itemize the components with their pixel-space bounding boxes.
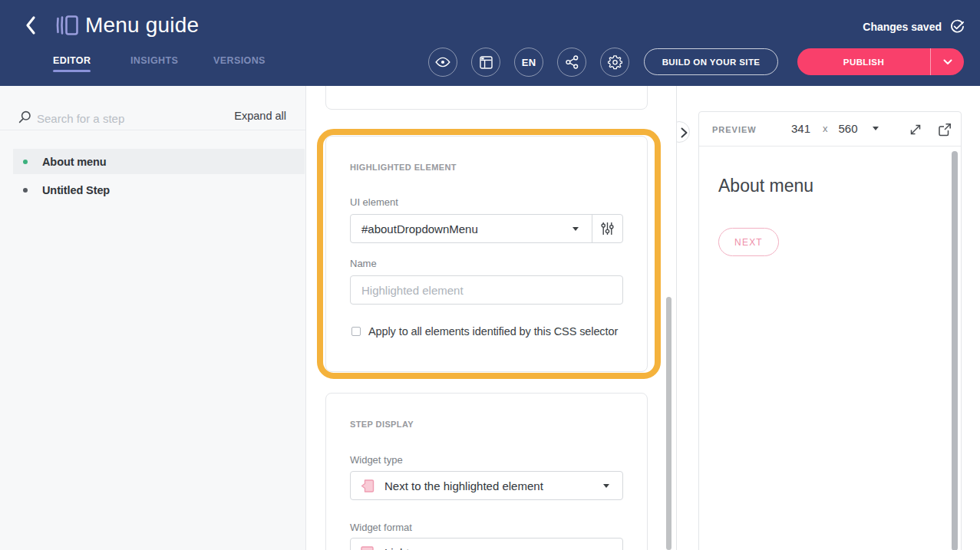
- open-in-new-tab-button[interactable]: [937, 123, 952, 138]
- preview-scrollbar[interactable]: [952, 151, 958, 550]
- layout-button[interactable]: [471, 48, 500, 77]
- expand-icon: [909, 123, 922, 137]
- tour-logo-icon: [55, 15, 78, 38]
- chevron-left-icon: [25, 15, 37, 35]
- selector-settings-button[interactable]: [592, 215, 622, 242]
- widget-type-icon: [359, 478, 375, 494]
- share-button[interactable]: [557, 48, 586, 77]
- apply-to-all-row[interactable]: Apply to all elements identified by this…: [351, 325, 618, 338]
- preview-width-value[interactable]: 341: [791, 122, 810, 135]
- editor-scrollbar[interactable]: [666, 297, 671, 550]
- widget-type-label: Widget type: [350, 454, 403, 466]
- name-label: Name: [350, 258, 377, 269]
- step-label: About menu: [42, 156, 107, 168]
- chevron-down-icon: [572, 227, 579, 231]
- section-title: HIGHLIGHTED ELEMENT: [350, 163, 457, 172]
- section-title: STEP DISPLAY: [350, 420, 414, 429]
- steps-sidebar: Expand all About menu Untitled Step: [0, 86, 306, 550]
- step-label: Untitled Step: [42, 184, 110, 196]
- apply-to-all-label: Apply to all elements identified by this…: [368, 325, 618, 338]
- preview-header: PREVIEW 341 x 560: [699, 112, 961, 147]
- collapse-preview-toggle[interactable]: [677, 121, 692, 144]
- top-bar: Menu guide EDITOR INSIGHTS VERSIONS Chan…: [0, 0, 980, 86]
- back-button[interactable]: [20, 15, 41, 37]
- sliders-icon: [601, 222, 614, 235]
- layout-icon: [480, 56, 493, 69]
- apply-to-all-checkbox[interactable]: [351, 327, 361, 336]
- active-tab-underline: [53, 70, 91, 72]
- preview-eye-button[interactable]: [428, 48, 457, 77]
- step-editor-column: HIGHLIGHTED ELEMENT UI element #aboutDro…: [306, 86, 677, 550]
- changes-saved-label: Changes saved: [863, 21, 942, 33]
- external-link-icon: [938, 123, 952, 137]
- preview-next-button[interactable]: NEXT: [718, 228, 779, 256]
- step-display-card: STEP DISPLAY Widget type Next to the hig…: [325, 393, 648, 550]
- preview-panel: PREVIEW 341 x 560: [677, 86, 980, 550]
- widget-format-label: Widget format: [350, 522, 412, 533]
- tab-insights[interactable]: INSIGHTS: [130, 55, 178, 66]
- ui-element-label: UI element: [350, 196, 398, 208]
- element-name-input[interactable]: [350, 275, 623, 305]
- step-status-dot: [23, 160, 28, 164]
- gear-icon: [608, 55, 622, 70]
- chevron-down-icon: [603, 484, 609, 488]
- preview-size-separator: x: [823, 123, 828, 134]
- widget-format-value: Light: [384, 546, 410, 550]
- app: Menu guide EDITOR INSIGHTS VERSIONS Chan…: [0, 0, 980, 550]
- ui-element-combo: #aboutDropdownMenu: [350, 214, 623, 243]
- step-list: About menu Untitled Step: [0, 149, 305, 206]
- page-title: Menu guide: [85, 13, 199, 38]
- preview-fullscreen-button[interactable]: [908, 123, 923, 138]
- ui-element-value: #aboutDropdownMenu: [361, 222, 478, 235]
- settings-button[interactable]: [600, 48, 629, 77]
- chevron-down-icon: [943, 59, 952, 65]
- chevron-down-icon: [873, 127, 879, 130]
- preview-content: About menu NEXT: [699, 147, 961, 550]
- previous-card-partial: [325, 86, 648, 110]
- publish-button[interactable]: PUBLISH: [797, 48, 930, 75]
- preview-height-value[interactable]: 560: [839, 122, 858, 135]
- preview-box: PREVIEW 341 x 560: [698, 111, 962, 550]
- tab-versions[interactable]: VERSIONS: [213, 55, 266, 66]
- step-item-about-menu[interactable]: About menu: [13, 149, 305, 174]
- step-search-input[interactable]: [37, 109, 213, 127]
- preview-size-picker[interactable]: 341 x 560: [791, 122, 879, 135]
- expand-all-link[interactable]: Expand all: [234, 110, 286, 122]
- widget-type-value: Next to the highlighted element: [384, 479, 543, 492]
- tab-editor[interactable]: EDITOR: [53, 55, 91, 66]
- changes-saved-status: Changes saved: [863, 19, 965, 34]
- language-button[interactable]: EN: [514, 48, 543, 77]
- ui-element-select[interactable]: #aboutDropdownMenu: [351, 215, 592, 242]
- step-item-untitled-step[interactable]: Untitled Step: [13, 177, 305, 203]
- chevron-right-icon: [681, 127, 688, 138]
- widget-type-select[interactable]: Next to the highlighted element: [350, 471, 623, 500]
- build-on-your-site-button[interactable]: BUILD ON YOUR SITE: [644, 48, 778, 75]
- widget-format-select[interactable]: Light: [350, 538, 623, 550]
- language-label: EN: [522, 57, 536, 68]
- step-search-row: Expand all: [0, 86, 305, 130]
- widget-format-icon: [359, 545, 375, 550]
- search-icon: [18, 110, 31, 124]
- step-status-dot: [23, 188, 28, 193]
- publish-split-button: PUBLISH: [797, 48, 964, 75]
- check-circle-icon: [950, 19, 965, 34]
- preview-title: PREVIEW: [712, 125, 757, 134]
- highlighted-element-card: HIGHLIGHTED ELEMENT UI element #aboutDro…: [325, 136, 648, 372]
- share-icon: [566, 55, 579, 69]
- publish-dropdown-button[interactable]: [930, 48, 964, 75]
- eye-icon: [435, 57, 450, 68]
- preview-step-title: About menu: [718, 176, 813, 196]
